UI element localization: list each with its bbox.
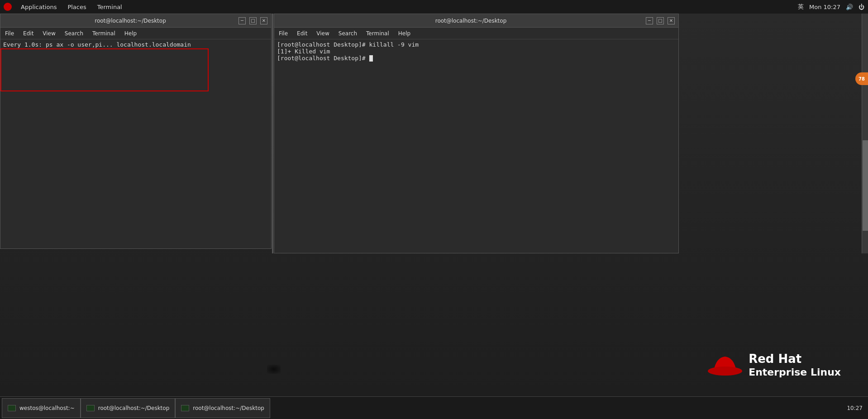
desktop-shadow [267, 365, 281, 374]
terminal-menu[interactable]: Terminal [95, 3, 124, 11]
taskbar-item-2[interactable]: root@localhost:~/Desktop [175, 398, 270, 418]
taskbar-right: 10:27 [847, 405, 866, 411]
redhat-icon [4, 3, 12, 11]
terminal-window-left: root@localhost:~/Desktop ─ □ ✕ File Edit… [0, 14, 272, 249]
minimize-button-left[interactable]: ─ [238, 17, 246, 24]
menu-edit-left[interactable]: Edit [21, 29, 35, 38]
terminal-content-right[interactable]: [root@localhost Desktop]# killall -9 vim… [274, 39, 678, 253]
terminal-titlebar-right: root@localhost:~/Desktop ─ □ ✕ [274, 14, 678, 28]
terminal-content-left[interactable]: Every 1.0s: ps ax -o user,pi... localhos… [0, 39, 271, 248]
terminal-separator [272, 14, 273, 253]
redhat-logo: Red Hat Enterprise Linux [707, 352, 841, 378]
close-button-left[interactable]: ✕ [260, 17, 267, 24]
top-bar-right: 英 Mon 10:27 🔊 ⏻ [798, 3, 864, 11]
taskbar-icon-1 [86, 405, 95, 411]
terminal-menubar-left: File Edit View Search Terminal Help [0, 28, 271, 39]
top-system-bar: Applications Places Terminal 英 Mon 10:27… [0, 0, 868, 14]
taskbar-time: 10:27 [847, 405, 863, 411]
terminal-title-left: root@localhost:~/Desktop [22, 18, 238, 24]
menu-search-right[interactable]: Search [337, 29, 359, 38]
menu-help-left[interactable]: Help [123, 29, 138, 38]
taskbar-icon-0 [8, 405, 16, 411]
window-buttons-right: ─ □ ✕ [646, 17, 675, 24]
taskbar-item-1[interactable]: root@localhost:~/Desktop [81, 398, 176, 418]
redhat-logo-text: Red Hat Enterprise Linux [749, 352, 841, 378]
minimize-button-right[interactable]: ─ [646, 17, 653, 24]
taskbar-icon-2 [181, 405, 189, 411]
redhat-hat-svg [707, 353, 743, 378]
menu-terminal-right[interactable]: Terminal [364, 29, 391, 38]
taskbar-label-1: root@localhost:~/Desktop [98, 405, 170, 411]
taskbar: westos@localhost:~ root@localhost:~/Desk… [0, 396, 868, 419]
terminal-window-right: root@localhost:~/Desktop ─ □ ✕ File Edit… [274, 14, 679, 253]
terminal-titlebar-left: root@localhost:~/Desktop ─ □ ✕ [0, 14, 271, 28]
right-scrollbar[interactable] [862, 14, 868, 253]
close-button-right[interactable]: ✕ [668, 17, 675, 24]
desktop: root@localhost:~/Desktop ─ □ ✕ File Edit… [0, 14, 868, 396]
clock: Mon 10:27 [809, 4, 840, 10]
taskbar-label-0: westos@localhost:~ [19, 405, 75, 411]
volume-icon[interactable]: 🔊 [846, 4, 853, 10]
taskbar-item-0[interactable]: westos@localhost:~ [2, 398, 81, 418]
maximize-button-right[interactable]: □ [657, 17, 664, 24]
terminal-line-2: [1]+ Killed vim [277, 48, 676, 55]
terminal-line-3: [root@localhost Desktop]# [277, 55, 676, 62]
menu-help-right[interactable]: Help [396, 29, 412, 38]
menu-edit-right[interactable]: Edit [295, 29, 309, 38]
red-highlight-box [0, 48, 209, 91]
language-indicator: 英 [798, 3, 804, 11]
maximize-button-left[interactable]: □ [249, 17, 257, 24]
applications-menu[interactable]: Applications [19, 3, 58, 11]
menu-view-left[interactable]: View [41, 29, 57, 38]
menu-file-right[interactable]: File [277, 29, 290, 38]
menu-terminal-left[interactable]: Terminal [91, 29, 117, 38]
places-menu[interactable]: Places [66, 3, 88, 11]
menu-file-left[interactable]: File [3, 29, 16, 38]
menu-view-right[interactable]: View [315, 29, 331, 38]
terminal-menubar-right: File Edit View Search Terminal Help [274, 28, 678, 39]
orange-badge: 78 [855, 72, 868, 85]
terminal-cursor [369, 55, 373, 62]
watch-command-line: Every 1.0s: ps ax -o user,pi... localhos… [3, 41, 268, 48]
power-icon[interactable]: ⏻ [858, 4, 864, 10]
scrollbar-thumb[interactable] [863, 140, 868, 231]
svg-point-1 [708, 367, 742, 376]
terminal-line-1: [root@localhost Desktop]# killall -9 vim [277, 41, 676, 48]
taskbar-label-2: root@localhost:~/Desktop [193, 405, 264, 411]
menu-search-left[interactable]: Search [63, 29, 85, 38]
terminal-title-right: root@localhost:~/Desktop [296, 18, 646, 24]
window-buttons-left: ─ □ ✕ [238, 17, 267, 24]
top-bar-left: Applications Places Terminal [4, 3, 124, 11]
